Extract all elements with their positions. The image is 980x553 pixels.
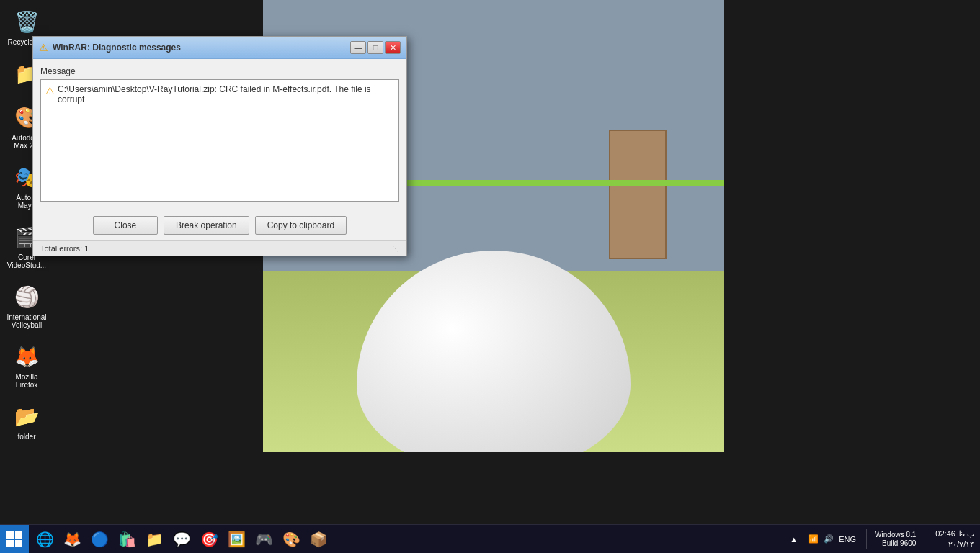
start-icon — [6, 531, 22, 547]
taskbar-winrar[interactable]: 📦 — [306, 526, 331, 552]
taskbar-ie[interactable]: 🔵 — [86, 526, 112, 552]
tray-keyboard[interactable]: ENG — [837, 535, 858, 544]
taskbar-skype[interactable]: 💬 — [169, 526, 195, 552]
ball-body — [357, 251, 631, 452]
warning-icon-small: ⚠ — [45, 85, 55, 96]
taskbar-app7[interactable]: 🎯 — [196, 526, 222, 552]
taskbar: 🌐 🦊 🔵 🛍️ 📁 💬 🎯 🖼️ 🎮 🎨 📦 ▲ 📶 🔊 ENG Window… — [0, 524, 980, 553]
warning-icon: ⚠ — [39, 42, 48, 53]
desktop-icon-volleyball[interactable]: 🏐 InternationalVolleyball — [1, 276, 52, 335]
recycle-bin-icon: 🗑️ — [12, 7, 41, 36]
close-button[interactable]: Close — [93, 216, 158, 235]
system-tray: ▲ 📶 🔊 ENG — [788, 529, 858, 549]
dialog-titlebar: ⚠ WinRAR: Diagnostic messages — □ ✕ — [33, 37, 406, 59]
taskbar-explorer[interactable]: 📁 — [141, 526, 167, 552]
message-row: ⚠ C:\Users\amin\Desktop\V-RayTutorial.zi… — [45, 84, 394, 104]
desktop-icon-firefox[interactable]: 🦊 MozillaFirefox — [1, 336, 52, 395]
win-version: Windows 8.1 — [875, 531, 916, 539]
desktop-icon-folder2[interactable]: 📂 folder — [1, 396, 52, 446]
taskbar-right: ▲ 📶 🔊 ENG Windows 8.1 Build 9600 02:46 ب… — [788, 529, 980, 549]
taskbar-firefox[interactable]: 🦊 — [59, 526, 85, 552]
start-button[interactable] — [0, 525, 29, 554]
scene-door — [609, 130, 667, 259]
dialog-buttons: Close Break operation Copy to clipboard — [33, 216, 406, 235]
message-box: ⚠ C:\Users\amin\Desktop\V-RayTutorial.zi… — [40, 79, 399, 202]
volleyball-label: InternationalVolleyball — [6, 313, 46, 329]
tray-volume[interactable]: 🔊 — [821, 534, 836, 544]
volleyball-icon: 🏐 — [12, 282, 41, 311]
message-label: Message — [40, 66, 399, 76]
winrar-dialog: ⚠ WinRAR: Diagnostic messages — □ ✕ Mess… — [32, 36, 407, 256]
dialog-footer: Total errors: 1 ⋱ — [33, 240, 406, 256]
tray-sep2 — [866, 529, 867, 549]
taskbar-app-icons: 🌐 🦊 🔵 🛍️ 📁 💬 🎯 🖼️ 🎮 🎨 📦 — [29, 526, 334, 552]
titlebar-buttons: — □ ✕ — [350, 41, 401, 54]
clock-date: ۲۰/۷/۱۴ — [935, 539, 974, 549]
resize-grip: ⋱ — [392, 245, 399, 253]
taskbar-chrome[interactable]: 🌐 — [32, 526, 58, 552]
clock-time: 02:46 ب.ظ — [935, 529, 974, 539]
error-message-text: C:\Users\amin\Desktop\V-RayTutorial.zip:… — [58, 84, 394, 104]
break-operation-button[interactable]: Break operation — [164, 216, 249, 235]
firefox-label: MozillaFirefox — [15, 373, 37, 389]
taskbar-store[interactable]: 🛍️ — [114, 526, 140, 552]
minimize-button[interactable]: — — [350, 41, 366, 54]
dialog-title-left: ⚠ WinRAR: Diagnostic messages — [39, 42, 181, 53]
dialog-title: WinRAR: Diagnostic messages — [53, 42, 181, 53]
firefox-icon: 🦊 — [12, 342, 41, 371]
total-errors: Total errors: 1 — [40, 244, 89, 253]
copy-clipboard-button[interactable]: Copy to clipboard — [255, 216, 347, 235]
system-clock[interactable]: 02:46 ب.ظ ۲۰/۷/۱۴ — [935, 529, 974, 549]
taskbar-photoshop[interactable]: 🖼️ — [223, 526, 249, 552]
clock-sep — [927, 529, 927, 549]
soccer-ball — [349, 243, 638, 452]
dialog-content: Message ⚠ C:\Users\amin\Desktop\V-RayTut… — [33, 59, 406, 209]
maximize-button[interactable]: □ — [368, 41, 383, 54]
tray-expand[interactable]: ▲ — [788, 535, 800, 544]
taskbar-app9[interactable]: 🎮 — [251, 526, 277, 552]
tray-separator — [803, 529, 803, 549]
folder2-label: folder — [17, 433, 35, 441]
taskbar-corel[interactable]: 🎨 — [278, 526, 304, 552]
folder2-icon: 📂 — [12, 402, 41, 431]
desktop: 🗑️ Recycle Bin 📁 🎨 AutodeskMax 2... 🎭 Au… — [0, 0, 980, 524]
windows-version-info: Windows 8.1 Build 9600 — [875, 531, 919, 548]
win-build: Build 9600 — [875, 539, 916, 548]
close-x-button[interactable]: ✕ — [385, 41, 401, 54]
tray-network[interactable]: 📶 — [806, 534, 821, 544]
